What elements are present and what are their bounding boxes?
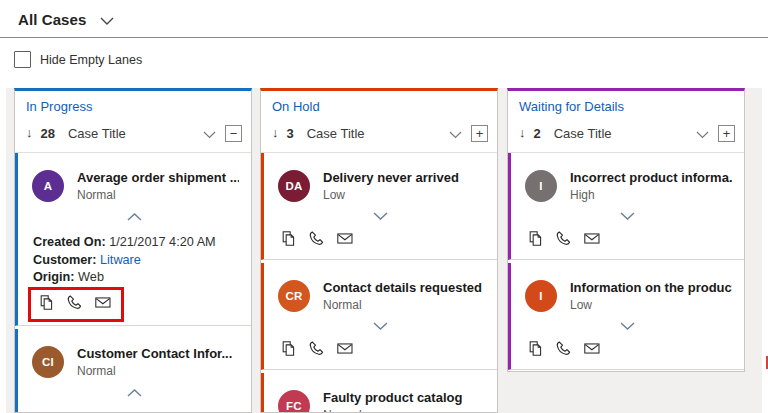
copy-icon[interactable] (38, 294, 55, 315)
case-title[interactable]: Faulty product catalog (323, 390, 462, 405)
case-priority: Low (570, 298, 732, 312)
lane-title[interactable]: On Hold (261, 91, 497, 116)
avatar: DA (278, 170, 310, 202)
card-details: Created On: 1/21/2017 4:20 AMCustomer: L… (18, 234, 251, 287)
card-header: AAverage order shipment ...Normal (18, 153, 251, 202)
card-expand-chevron-icon[interactable] (264, 322, 497, 331)
kanban-board: In Progress↓28Case Title−AAverage order … (6, 88, 762, 413)
card-text: Contact details requestedNormal (323, 280, 482, 312)
hide-empty-lanes-filter: Hide Empty Lanes (14, 51, 142, 68)
sort-dropdown-chevron-icon[interactable] (449, 125, 462, 143)
card-action-icons (527, 341, 744, 359)
phone-icon[interactable] (555, 230, 572, 251)
card-text: Average order shipment ...Normal (77, 170, 239, 202)
sort-field-label[interactable]: Case Title (307, 126, 365, 141)
avatar: I (525, 280, 557, 312)
detail-line: Origin: Web (33, 269, 239, 287)
case-priority: High (570, 188, 732, 202)
card-text: Information on the productLow (570, 280, 732, 312)
case-priority: Normal (323, 408, 462, 413)
phone-icon[interactable] (308, 340, 325, 361)
sort-direction-icon[interactable]: ↓ (26, 126, 33, 140)
case-card[interactable]: DADelivery never arrivedLow (261, 153, 497, 260)
lane-in-progress: In Progress↓28Case Title−AAverage order … (14, 88, 252, 413)
card-expand-chevron-icon[interactable] (511, 322, 744, 331)
case-title[interactable]: Information on the product (570, 280, 732, 295)
detail-line: Customer: Litware (33, 252, 239, 270)
copy-icon[interactable] (527, 230, 544, 251)
detail-line: Created On: 1/21/2017 4:20 AM (33, 234, 239, 252)
lane-sort-bar: ↓28Case Title− (15, 116, 251, 153)
card-action-icons (527, 231, 744, 249)
chevron-down-icon[interactable] (100, 12, 114, 30)
expand-lane-button[interactable]: + (471, 125, 488, 142)
lane-title[interactable]: Waiting for Details (508, 91, 744, 116)
case-card[interactable]: AAverage order shipment ...NormalCreated… (15, 153, 251, 326)
card-text: Incorrect product informa...High (570, 170, 732, 202)
email-icon[interactable] (94, 294, 112, 315)
card-spacer (18, 397, 251, 413)
hide-empty-lanes-checkbox[interactable] (14, 51, 31, 68)
case-title[interactable]: Customer Contact Infor... (77, 346, 232, 361)
sort-field-label[interactable]: Case Title (68, 126, 126, 141)
email-icon[interactable] (336, 230, 354, 251)
sort-direction-icon[interactable]: ↓ (519, 126, 526, 140)
view-selector[interactable]: All Cases (18, 9, 114, 30)
lane-waiting-for-details: Waiting for Details↓2Case Title+IIncorre… (507, 88, 745, 372)
sort-field-label[interactable]: Case Title (554, 126, 612, 141)
detail-label: Created On: (33, 235, 106, 249)
case-card[interactable]: FCFaulty product catalogNormal (261, 373, 497, 413)
sort-dropdown-chevron-icon[interactable] (696, 125, 709, 143)
copy-icon[interactable] (280, 340, 297, 361)
sort-dropdown-chevron-icon[interactable] (203, 125, 216, 143)
card-header: IInformation on the productLow (511, 263, 744, 312)
case-card[interactable]: CICustomer Contact Infor...Normal (15, 329, 251, 413)
case-priority: Normal (77, 364, 232, 378)
lane-sort-bar: ↓3Case Title+ (261, 116, 497, 153)
lane-on-hold: On Hold↓3Case Title+DADelivery never arr… (260, 88, 498, 413)
card-collapse-chevron-icon[interactable] (18, 388, 251, 397)
detail-value: Web (75, 270, 104, 284)
card-text: Faulty product catalogNormal (323, 390, 462, 413)
collapse-lane-button[interactable]: − (225, 125, 242, 142)
case-card[interactable]: IInformation on the productLow (508, 263, 744, 370)
phone-icon[interactable] (308, 230, 325, 251)
hide-empty-lanes-label: Hide Empty Lanes (40, 53, 142, 67)
case-card[interactable]: CRContact details requestedNormal (261, 263, 497, 370)
copy-icon[interactable] (280, 230, 297, 251)
case-title[interactable]: Contact details requested (323, 280, 482, 295)
avatar: CR (278, 280, 310, 312)
lane-title[interactable]: In Progress (15, 91, 251, 116)
header-divider (0, 37, 768, 38)
copy-icon[interactable] (527, 340, 544, 361)
lane-count: 3 (287, 126, 294, 141)
avatar: CI (32, 346, 64, 378)
email-icon[interactable] (583, 230, 601, 251)
lane-count: 28 (41, 126, 55, 141)
case-title[interactable]: Average order shipment ... (77, 170, 239, 185)
card-collapse-chevron-icon[interactable] (18, 212, 251, 221)
avatar: FC (278, 390, 310, 413)
card-header: CICustomer Contact Infor...Normal (18, 329, 251, 378)
detail-label: Origin: (33, 270, 75, 284)
sort-direction-icon[interactable]: ↓ (272, 126, 279, 140)
phone-icon[interactable] (555, 340, 572, 361)
phone-icon[interactable] (66, 294, 83, 315)
expand-lane-button[interactable]: + (718, 125, 735, 142)
case-card[interactable]: IIncorrect product informa...High (508, 153, 744, 260)
detail-value: 1/21/2017 4:20 AM (106, 235, 216, 249)
case-title[interactable]: Delivery never arrived (323, 170, 459, 185)
card-expand-chevron-icon[interactable] (511, 212, 744, 221)
card-action-icons (280, 341, 497, 359)
detail-label: Customer: (33, 253, 96, 267)
email-icon[interactable] (583, 340, 601, 361)
case-priority: Low (323, 188, 459, 202)
card-text: Delivery never arrivedLow (323, 170, 459, 202)
case-title[interactable]: Incorrect product informa... (570, 170, 732, 185)
detail-value-link[interactable]: Litware (96, 253, 140, 267)
email-icon[interactable] (336, 340, 354, 361)
case-priority: Normal (77, 188, 239, 202)
card-action-icons (34, 297, 251, 315)
avatar: A (32, 170, 64, 202)
card-expand-chevron-icon[interactable] (264, 212, 497, 221)
